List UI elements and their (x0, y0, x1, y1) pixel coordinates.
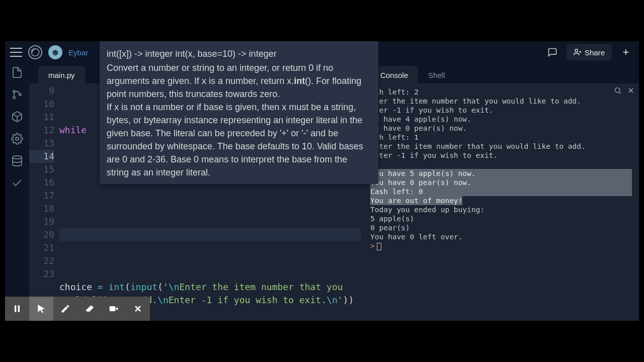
console-line: ash left: 1 (370, 133, 634, 142)
right-panel: Console Shell ash left: 2nter the item n… (365, 63, 639, 321)
pause-icon[interactable] (5, 297, 29, 321)
database-icon[interactable] (11, 155, 23, 167)
svg-line-11 (619, 92, 621, 94)
tab-shell[interactable]: Shell (418, 66, 455, 83)
svg-point-10 (615, 88, 620, 93)
console-line: nter the item number that you would like… (370, 97, 634, 106)
console-line: ash left: 2 (370, 87, 634, 97)
console-line: ou have 4 apple(s) now. (370, 115, 634, 124)
svg-point-8 (16, 137, 19, 140)
terminal-cursor (377, 243, 381, 250)
check-icon[interactable] (11, 177, 23, 189)
console-line: You have 0 left over. (370, 232, 634, 241)
activity-bar (5, 63, 29, 321)
line-number: 15 (29, 163, 54, 176)
line-number: 19 (29, 215, 54, 228)
svg-rect-14 (15, 305, 16, 312)
line-number: 16 (29, 176, 54, 189)
line-number: 18 (29, 202, 54, 215)
console-line: Enter the item number that you would lik… (370, 142, 634, 151)
svg-rect-15 (18, 305, 20, 312)
search-icon[interactable] (614, 86, 622, 97)
app-window: int([x]) -> integer int(x, base=10) -> i… (5, 41, 639, 321)
avatar[interactable]: ☻ (48, 45, 62, 59)
stop-close-icon[interactable] (126, 297, 150, 321)
console-output[interactable]: ash left: 2nter the item number that you… (365, 83, 639, 321)
svg-point-1 (575, 49, 578, 52)
settings-icon[interactable] (11, 133, 23, 145)
line-number: 10 (29, 98, 54, 111)
line-number: 17 (29, 189, 54, 202)
svg-point-9 (13, 156, 22, 159)
eraser-icon[interactable] (77, 297, 102, 321)
console-line: 0 pear(s) (370, 223, 634, 232)
console-line: nter -1 if you wish to exit. (370, 106, 634, 115)
svg-point-4 (13, 90, 15, 93)
line-gutter: 91011121314151617181920212223 (29, 83, 59, 321)
console-line: 1 (370, 160, 634, 169)
packages-icon[interactable] (11, 111, 23, 123)
menu-icon[interactable] (10, 48, 22, 57)
intellisense-tooltip: int([x]) -> integer int(x, base=10) -> i… (100, 41, 378, 184)
console-line: Today you ended up buying: (370, 205, 634, 214)
tooltip-signature: int([x]) -> integer int(x, base=10) -> i… (107, 47, 371, 60)
console-line: 5 apple(s) (370, 214, 634, 223)
new-tab-button[interactable]: + (618, 44, 634, 60)
console-line: ou have 0 pear(s) now. (370, 124, 634, 133)
svg-point-5 (13, 97, 15, 99)
line-number: 9 (29, 84, 54, 98)
app-logo-icon[interactable] (28, 45, 42, 59)
file-tab[interactable]: main.py (38, 66, 85, 83)
console-line: Enter -1 if you wish to exit. (370, 151, 634, 160)
svg-rect-16 (110, 306, 116, 311)
cursor-icon[interactable] (29, 297, 53, 321)
files-icon[interactable] (11, 66, 23, 78)
share-button[interactable]: Share (567, 44, 612, 60)
close-icon[interactable] (627, 86, 635, 97)
line-number: 13 (29, 137, 54, 150)
version-control-icon[interactable] (11, 88, 23, 101)
recording-toolbar (5, 297, 150, 321)
right-tabbar: Console Shell (365, 63, 639, 83)
video-icon[interactable] (102, 297, 126, 321)
line-number: 14 (29, 150, 54, 163)
line-number: 23 (29, 267, 54, 281)
line-number: 20 (29, 228, 54, 241)
line-number: 12 (29, 124, 54, 137)
line-number: 11 (29, 111, 54, 124)
share-label: Share (585, 48, 605, 57)
svg-point-6 (19, 94, 21, 96)
username-label[interactable]: Eybar (68, 48, 88, 57)
line-number: 21 (29, 241, 54, 254)
line-number: 22 (29, 254, 54, 267)
pencil-icon[interactable] (53, 297, 77, 321)
chat-icon[interactable] (544, 44, 560, 60)
